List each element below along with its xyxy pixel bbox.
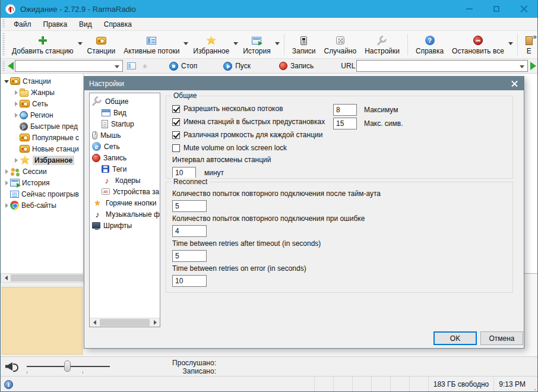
- ok-button[interactable]: OK: [433, 331, 477, 345]
- toolbar-button[interactable]: Станции: [83, 31, 120, 58]
- toolbar-button[interactable]: [517, 34, 518, 55]
- checkbox-icon[interactable]: [172, 105, 180, 113]
- refresh-icon[interactable]: [140, 61, 150, 71]
- sidebar-item[interactable]: Новые станци: [1, 143, 83, 154]
- toolbar-grip[interactable]: [2, 61, 5, 71]
- dropdown-arrow-icon[interactable]: [275, 42, 280, 48]
- toolbar-button[interactable]: [284, 34, 284, 55]
- expander-icon[interactable]: [3, 179, 10, 186]
- settings-nav-item[interactable]: Кодеры: [90, 175, 160, 186]
- toolbar-button[interactable]: Настройки: [360, 31, 404, 58]
- settings-nav-item[interactable]: Мышь: [90, 129, 160, 141]
- interval-input[interactable]: [172, 167, 196, 179]
- go-icon[interactable]: [530, 62, 536, 70]
- stop-button[interactable]: Стоп: [169, 62, 197, 71]
- expander-icon[interactable]: [12, 157, 20, 164]
- maximize-button[interactable]: [483, 0, 510, 18]
- settings-nav-item[interactable]: Шрифты: [90, 220, 160, 231]
- volume-slider[interactable]: [27, 360, 110, 373]
- nav-horizontal-scrollbar[interactable]: [90, 318, 160, 327]
- scroll-left-icon[interactable]: [1, 274, 11, 282]
- sidebar-item[interactable]: Веб-сайты: [1, 200, 83, 211]
- toolbar-button[interactable]: Случайно: [320, 31, 361, 58]
- minimize-button[interactable]: [455, 0, 483, 18]
- scrollbar-thumb[interactable]: [11, 274, 83, 282]
- toolbar-button[interactable]: Добавить станцию: [8, 31, 83, 58]
- toolbar-button[interactable]: История: [239, 31, 280, 58]
- checkbox-icon[interactable]: [172, 131, 180, 139]
- menu-item[interactable]: Вид: [73, 19, 98, 30]
- settings-nav-item[interactable]: Сеть: [90, 141, 160, 152]
- expander-icon[interactable]: [3, 191, 10, 198]
- combo-arrow-icon[interactable]: [115, 65, 119, 71]
- toolbar-overflow-chevron[interactable]: »: [533, 33, 536, 41]
- settings-nav-item[interactable]: Общие: [90, 96, 160, 107]
- station-list-icon[interactable]: [127, 62, 136, 69]
- toolbar-button[interactable]: [407, 34, 408, 55]
- expander-icon[interactable]: [12, 134, 20, 141]
- menu-item[interactable]: Файл: [8, 19, 37, 30]
- expander-icon[interactable]: [12, 146, 20, 153]
- dropdown-arrow-icon[interactable]: [183, 42, 188, 48]
- sidebar-item[interactable]: История: [1, 177, 83, 188]
- sidebar-item[interactable]: Сессии: [1, 166, 83, 177]
- expander-icon[interactable]: [12, 100, 20, 108]
- slider-thumb[interactable]: [64, 361, 71, 372]
- sidebar-item[interactable]: Быстрые пред: [1, 121, 83, 132]
- side-field-input[interactable]: [333, 118, 357, 129]
- sidebar-item[interactable]: Сеть: [1, 98, 83, 109]
- resize-grip[interactable]: [530, 377, 537, 392]
- expander-icon[interactable]: [12, 112, 20, 119]
- url-combobox[interactable]: [356, 60, 528, 72]
- cancel-button[interactable]: Отмена: [480, 331, 523, 345]
- sidebar-item[interactable]: Жанры: [1, 87, 83, 98]
- settings-nav-item[interactable]: Запись: [90, 152, 160, 163]
- reconnect-input[interactable]: [172, 225, 207, 237]
- reconnect-input[interactable]: [172, 275, 207, 287]
- record-button[interactable]: Запись: [279, 62, 314, 70]
- sidebar-item[interactable]: Избранное: [1, 154, 83, 166]
- expander-icon[interactable]: [3, 202, 10, 209]
- combo-arrow-icon[interactable]: [520, 65, 524, 71]
- dropdown-arrow-icon[interactable]: [78, 42, 83, 48]
- toolbar-grip[interactable]: [2, 33, 5, 56]
- dropdown-arrow-icon[interactable]: [508, 42, 513, 48]
- menu-item[interactable]: Правка: [37, 19, 74, 30]
- sidebar-item[interactable]: Станции: [1, 75, 83, 87]
- expander-icon[interactable]: [3, 168, 10, 175]
- scroll-left-icon[interactable]: [90, 318, 99, 327]
- expander-icon[interactable]: [12, 123, 20, 130]
- checkbox-icon[interactable]: [172, 144, 180, 152]
- toolbar-button[interactable]: Избранное: [189, 31, 239, 58]
- toolbar-button[interactable]: Справка: [412, 31, 448, 58]
- station-combobox[interactable]: [15, 60, 123, 72]
- dropdown-arrow-icon[interactable]: [233, 42, 238, 48]
- settings-checkbox[interactable]: Mute volume on lock screen lock: [172, 143, 507, 153]
- start-button[interactable]: Пуск: [223, 62, 251, 71]
- sidebar-item[interactable]: Сейчас проигрыв: [1, 188, 83, 200]
- sidebar-horizontal-scrollbar[interactable]: [1, 273, 84, 283]
- scroll-right-icon[interactable]: [150, 318, 160, 327]
- settings-nav-item[interactable]: Вид: [90, 107, 160, 118]
- menu-item[interactable]: Справка: [98, 19, 138, 30]
- close-button[interactable]: [510, 0, 537, 18]
- settings-nav-item[interactable]: Startup: [90, 118, 160, 129]
- dialog-close-button[interactable]: [507, 77, 522, 90]
- side-field-input[interactable]: [333, 104, 357, 116]
- reconnect-input[interactable]: [172, 250, 207, 262]
- expander-icon[interactable]: [3, 78, 10, 85]
- scrollbar-thumb[interactable]: [100, 319, 150, 326]
- settings-nav-item[interactable]: Теги: [90, 163, 160, 175]
- sidebar-item[interactable]: Популярные с: [1, 132, 83, 143]
- toolbar-button[interactable]: Остановить все: [448, 31, 514, 58]
- speaker-icon[interactable]: [5, 362, 20, 371]
- sidebar-item[interactable]: Регион: [1, 109, 83, 121]
- info-icon[interactable]: [4, 380, 13, 389]
- toolbar-button[interactable]: Записи: [288, 31, 320, 58]
- expander-icon[interactable]: [12, 89, 20, 96]
- settings-nav-item[interactable]: Музыкальные фа: [90, 208, 160, 220]
- toolbar-button[interactable]: Активные потоки: [119, 31, 189, 58]
- reconnect-input[interactable]: [172, 200, 207, 212]
- toolbar-grip[interactable]: [2, 20, 5, 29]
- settings-nav-item[interactable]: Устройства за: [90, 186, 160, 197]
